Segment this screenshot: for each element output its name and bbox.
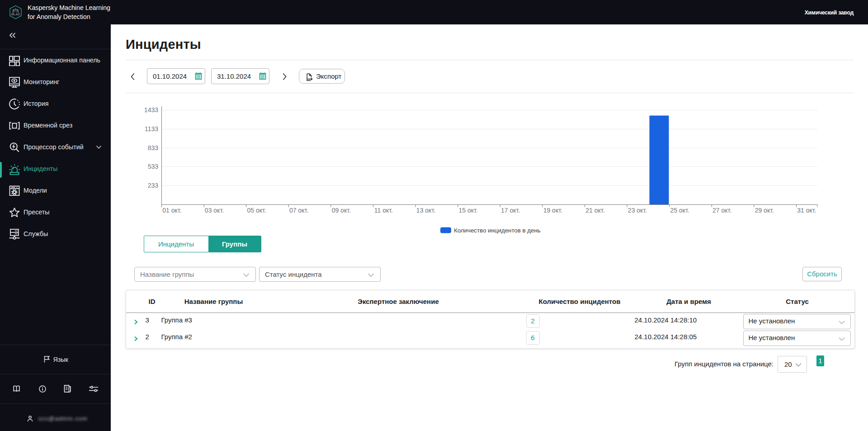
svg-text:15 окт.: 15 окт. xyxy=(458,207,477,214)
svg-text:25 окт.: 25 окт. xyxy=(670,207,689,214)
svg-text:09 окт.: 09 окт. xyxy=(332,207,351,214)
svg-text:05 окт.: 05 окт. xyxy=(247,207,266,214)
svg-text:1133: 1133 xyxy=(145,125,158,133)
svg-text:19 окт.: 19 окт. xyxy=(543,207,562,214)
svg-text:233: 233 xyxy=(148,182,159,189)
svg-text:533: 533 xyxy=(148,163,159,170)
svg-text:11 окт.: 11 окт. xyxy=(374,207,393,214)
svg-text:833: 833 xyxy=(148,144,159,152)
svg-text:17 окт.: 17 окт. xyxy=(501,207,520,214)
svg-text:27 окт.: 27 окт. xyxy=(712,207,731,214)
svg-text:07 окт.: 07 окт. xyxy=(289,207,308,214)
svg-text:23 окт.: 23 окт. xyxy=(628,207,647,214)
svg-text:MLAD: MLAD xyxy=(11,13,20,16)
svg-text:1433: 1433 xyxy=(144,106,158,114)
svg-text:21 окт.: 21 окт. xyxy=(585,207,604,214)
svg-text:Количество инцидентов в день: Количество инцидентов в день xyxy=(454,227,541,234)
svg-text:13 окт.: 13 окт. xyxy=(416,207,435,214)
svg-text:01 окт.: 01 окт. xyxy=(162,207,181,214)
svg-text:03 окт.: 03 окт. xyxy=(205,207,224,214)
svg-text:31 окт.: 31 окт. xyxy=(797,207,816,214)
svg-text:29 окт.: 29 окт. xyxy=(755,207,774,214)
